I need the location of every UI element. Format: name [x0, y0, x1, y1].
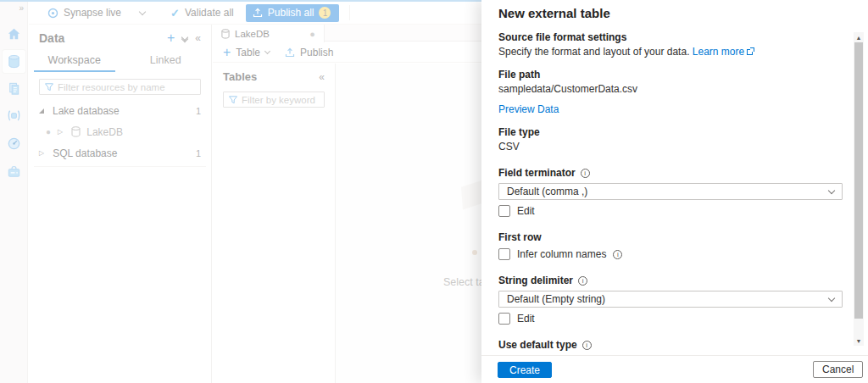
cancel-button[interactable]: Cancel — [813, 361, 863, 378]
file-type-value: CSV — [498, 141, 843, 153]
infer-column-names-checkbox[interactable] — [498, 248, 510, 260]
info-icon: i — [613, 250, 622, 259]
create-button[interactable]: Create — [498, 362, 552, 378]
field-terminator-value: Default (comma ,) — [507, 186, 587, 197]
scroll-up-icon[interactable]: ▲ — [854, 32, 864, 42]
external-link-icon — [747, 49, 753, 55]
dialog-title: New external table — [498, 6, 610, 20]
field-terminator-label: Field terminatori — [498, 167, 843, 179]
infer-column-names-label: Infer column names — [517, 248, 606, 260]
dialog-scrollbar[interactable]: ▲ ▼ — [854, 32, 864, 346]
first-row-label: First row — [498, 231, 843, 243]
edit-checkbox[interactable] — [498, 313, 510, 325]
workspace-background: » — [0, 0, 481, 383]
info-icon: i — [581, 169, 590, 178]
section-description: Specify the format and layout of your da… — [498, 46, 843, 58]
dialog-body: Source file format settings Specify the … — [498, 28, 843, 355]
string-delimiter-dropdown[interactable]: Default (Empty string) — [498, 291, 843, 308]
file-type-label: File type — [498, 126, 843, 138]
preview-data-link[interactable]: Preview Data — [498, 103, 559, 115]
infer-column-names-row: Infer column names i — [498, 248, 843, 260]
app-top-accent — [0, 0, 481, 2]
edit-checkbox[interactable] — [498, 205, 510, 217]
scrollbar-thumb[interactable] — [854, 42, 863, 319]
synapse-app: » — [0, 0, 868, 383]
chevron-down-icon — [828, 186, 835, 193]
field-terminator-edit-row: Edit — [498, 205, 843, 217]
string-delimiter-value: Default (Empty string) — [507, 293, 605, 305]
chevron-down-icon — [828, 294, 835, 301]
section-title: Source file format settings — [498, 31, 843, 43]
scroll-down-icon[interactable]: ▼ — [854, 336, 864, 346]
file-path-label: File path — [498, 69, 843, 80]
string-delimiter-label: String delimiteri — [498, 275, 843, 286]
dialog-footer: Create Cancel — [481, 355, 868, 383]
field-terminator-dropdown[interactable]: Default (comma ,) — [498, 183, 843, 200]
string-delimiter-edit-row: Edit — [498, 313, 843, 325]
use-default-type-label: Use default typei — [498, 339, 843, 351]
info-icon: i — [582, 341, 592, 350]
file-path-value: sampledata/CustomerData.csv — [498, 83, 843, 95]
section-description-text: Specify the format and layout of your da… — [498, 46, 689, 58]
info-icon: i — [578, 276, 587, 286]
modal-dim-overlay — [0, 0, 481, 383]
edit-checkbox-label: Edit — [517, 313, 535, 325]
edit-checkbox-label: Edit — [517, 205, 535, 217]
learn-more-link[interactable]: Learn more — [693, 46, 753, 58]
new-external-table-dialog: New external table Source file format se… — [481, 0, 868, 383]
